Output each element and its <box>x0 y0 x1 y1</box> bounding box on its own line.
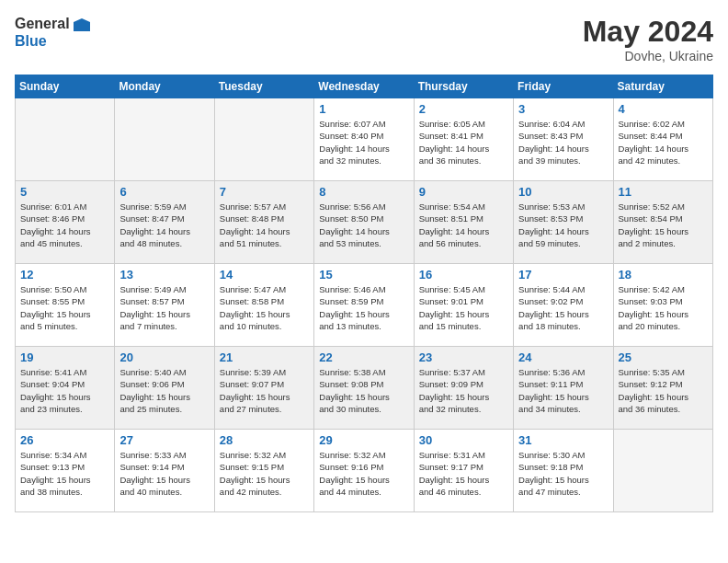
day-number: 23 <box>419 350 508 364</box>
day-number: 16 <box>419 268 508 282</box>
day-number: 10 <box>518 185 608 199</box>
day-number: 31 <box>518 433 608 447</box>
day-info: Sunrise: 5:35 AM Sunset: 9:12 PM Dayligh… <box>619 366 708 415</box>
day-number: 5 <box>20 185 109 199</box>
calendar-cell: 25Sunrise: 5:35 AM Sunset: 9:12 PM Dayli… <box>613 347 712 430</box>
day-number: 15 <box>319 268 408 282</box>
day-info: Sunrise: 5:31 AM Sunset: 9:17 PM Dayligh… <box>419 449 508 498</box>
day-number: 14 <box>220 268 309 282</box>
day-info: Sunrise: 6:01 AM Sunset: 8:46 PM Dayligh… <box>20 201 109 249</box>
day-number: 19 <box>20 350 109 364</box>
calendar-cell <box>214 98 313 181</box>
calendar-cell <box>613 430 712 512</box>
calendar-cell: 26Sunrise: 5:34 AM Sunset: 9:13 PM Dayli… <box>16 430 115 512</box>
calendar-cell: 21Sunrise: 5:39 AM Sunset: 9:07 PM Dayli… <box>214 347 313 430</box>
calendar-cell: 19Sunrise: 5:41 AM Sunset: 9:04 PM Dayli… <box>16 347 115 430</box>
page-header: General Blue General Blue May 2024 Dovhe… <box>15 15 713 63</box>
day-number: 6 <box>119 185 209 199</box>
day-info: Sunrise: 5:40 AM Sunset: 9:06 PM Dayligh… <box>119 366 209 415</box>
day-info: Sunrise: 5:33 AM Sunset: 9:14 PM Dayligh… <box>119 449 209 498</box>
day-number: 21 <box>220 350 309 364</box>
day-info: Sunrise: 5:44 AM Sunset: 9:02 PM Dayligh… <box>518 283 608 332</box>
calendar-cell: 17Sunrise: 5:44 AM Sunset: 9:02 PM Dayli… <box>514 264 613 347</box>
day-info: Sunrise: 5:57 AM Sunset: 8:48 PM Dayligh… <box>220 201 309 249</box>
day-info: Sunrise: 5:50 AM Sunset: 8:55 PM Dayligh… <box>20 283 109 332</box>
calendar-cell: 30Sunrise: 5:31 AM Sunset: 9:17 PM Dayli… <box>414 430 513 512</box>
day-number: 7 <box>220 185 309 199</box>
calendar-cell: 31Sunrise: 5:30 AM Sunset: 9:18 PM Dayli… <box>514 430 613 512</box>
calendar-cell: 9Sunrise: 5:54 AM Sunset: 8:51 PM Daylig… <box>414 181 513 264</box>
weekday-header-monday: Monday <box>115 75 214 98</box>
day-info: Sunrise: 5:54 AM Sunset: 8:51 PM Dayligh… <box>419 201 508 249</box>
calendar-cell: 29Sunrise: 5:32 AM Sunset: 9:16 PM Dayli… <box>314 430 414 512</box>
day-number: 13 <box>119 268 209 282</box>
calendar-cell: 15Sunrise: 5:46 AM Sunset: 8:59 PM Dayli… <box>314 264 414 347</box>
logo: General Blue General Blue <box>15 15 90 50</box>
calendar-cell: 16Sunrise: 5:45 AM Sunset: 9:01 PM Dayli… <box>414 264 513 347</box>
weekday-header-saturday: Saturday <box>613 75 712 98</box>
day-info: Sunrise: 5:32 AM Sunset: 9:16 PM Dayligh… <box>319 449 408 498</box>
day-number: 27 <box>119 433 209 447</box>
day-number: 8 <box>319 185 408 199</box>
day-info: Sunrise: 5:30 AM Sunset: 9:18 PM Dayligh… <box>518 449 608 498</box>
day-number: 29 <box>319 433 408 447</box>
day-info: Sunrise: 5:38 AM Sunset: 9:08 PM Dayligh… <box>319 366 408 415</box>
calendar-table: SundayMondayTuesdayWednesdayThursdayFrid… <box>15 75 713 512</box>
month-title: May 2024 <box>583 15 713 49</box>
calendar-week-1: 1Sunrise: 6:07 AM Sunset: 8:40 PM Daylig… <box>16 98 713 181</box>
calendar-cell: 6Sunrise: 5:59 AM Sunset: 8:47 PM Daylig… <box>115 181 214 264</box>
calendar-week-3: 12Sunrise: 5:50 AM Sunset: 8:55 PM Dayli… <box>16 264 713 347</box>
day-number: 18 <box>619 268 708 282</box>
day-info: Sunrise: 6:04 AM Sunset: 8:43 PM Dayligh… <box>518 118 608 167</box>
svg-marker-3 <box>74 18 90 31</box>
weekday-header-friday: Friday <box>514 75 613 98</box>
day-info: Sunrise: 5:37 AM Sunset: 9:09 PM Dayligh… <box>419 366 508 415</box>
calendar-cell <box>115 98 214 181</box>
location: Dovhe, Ukraine <box>583 49 713 63</box>
calendar-cell: 28Sunrise: 5:32 AM Sunset: 9:15 PM Dayli… <box>214 430 313 512</box>
calendar-cell: 20Sunrise: 5:40 AM Sunset: 9:06 PM Dayli… <box>115 347 214 430</box>
day-info: Sunrise: 5:56 AM Sunset: 8:50 PM Dayligh… <box>319 201 408 249</box>
day-number: 1 <box>319 102 408 116</box>
logo-blue: Blue <box>15 32 90 50</box>
calendar-week-2: 5Sunrise: 6:01 AM Sunset: 8:46 PM Daylig… <box>16 181 713 264</box>
day-info: Sunrise: 5:42 AM Sunset: 9:03 PM Dayligh… <box>619 283 708 332</box>
calendar-cell: 24Sunrise: 5:36 AM Sunset: 9:11 PM Dayli… <box>514 347 613 430</box>
calendar-cell: 12Sunrise: 5:50 AM Sunset: 8:55 PM Dayli… <box>16 264 115 347</box>
calendar-cell: 8Sunrise: 5:56 AM Sunset: 8:50 PM Daylig… <box>314 181 414 264</box>
day-number: 20 <box>119 350 209 364</box>
weekday-header-sunday: Sunday <box>16 75 115 98</box>
calendar-cell: 23Sunrise: 5:37 AM Sunset: 9:09 PM Dayli… <box>414 347 513 430</box>
day-info: Sunrise: 5:32 AM Sunset: 9:15 PM Dayligh… <box>220 449 309 498</box>
day-number: 11 <box>619 185 708 199</box>
weekday-header-wednesday: Wednesday <box>314 75 414 98</box>
calendar-cell <box>16 98 115 181</box>
calendar-cell: 13Sunrise: 5:49 AM Sunset: 8:57 PM Dayli… <box>115 264 214 347</box>
day-number: 30 <box>419 433 508 447</box>
day-info: Sunrise: 6:07 AM Sunset: 8:40 PM Dayligh… <box>319 118 408 167</box>
day-info: Sunrise: 5:46 AM Sunset: 8:59 PM Dayligh… <box>319 283 408 332</box>
calendar-cell: 1Sunrise: 6:07 AM Sunset: 8:40 PM Daylig… <box>314 98 414 181</box>
calendar-cell: 5Sunrise: 6:01 AM Sunset: 8:46 PM Daylig… <box>16 181 115 264</box>
day-info: Sunrise: 5:47 AM Sunset: 8:58 PM Dayligh… <box>220 283 309 332</box>
day-number: 17 <box>518 268 608 282</box>
day-info: Sunrise: 5:59 AM Sunset: 8:47 PM Dayligh… <box>119 201 209 249</box>
day-number: 9 <box>419 185 508 199</box>
day-info: Sunrise: 5:49 AM Sunset: 8:57 PM Dayligh… <box>119 283 209 332</box>
calendar-cell: 22Sunrise: 5:38 AM Sunset: 9:08 PM Dayli… <box>314 347 414 430</box>
calendar-cell: 2Sunrise: 6:05 AM Sunset: 8:41 PM Daylig… <box>414 98 513 181</box>
calendar-cell: 3Sunrise: 6:04 AM Sunset: 8:43 PM Daylig… <box>514 98 613 181</box>
calendar-cell: 7Sunrise: 5:57 AM Sunset: 8:48 PM Daylig… <box>214 181 313 264</box>
day-info: Sunrise: 5:36 AM Sunset: 9:11 PM Dayligh… <box>518 366 608 415</box>
day-info: Sunrise: 6:05 AM Sunset: 8:41 PM Dayligh… <box>419 118 508 167</box>
day-number: 22 <box>319 350 408 364</box>
logo-general: General <box>15 15 90 32</box>
day-number: 26 <box>20 433 109 447</box>
calendar-cell: 14Sunrise: 5:47 AM Sunset: 8:58 PM Dayli… <box>214 264 313 347</box>
day-info: Sunrise: 5:53 AM Sunset: 8:53 PM Dayligh… <box>518 201 608 249</box>
weekday-header-tuesday: Tuesday <box>214 75 313 98</box>
day-info: Sunrise: 5:52 AM Sunset: 8:54 PM Dayligh… <box>619 201 708 249</box>
title-block: May 2024 Dovhe, Ukraine <box>583 15 713 63</box>
day-number: 25 <box>619 350 708 364</box>
calendar-cell: 10Sunrise: 5:53 AM Sunset: 8:53 PM Dayli… <box>514 181 613 264</box>
